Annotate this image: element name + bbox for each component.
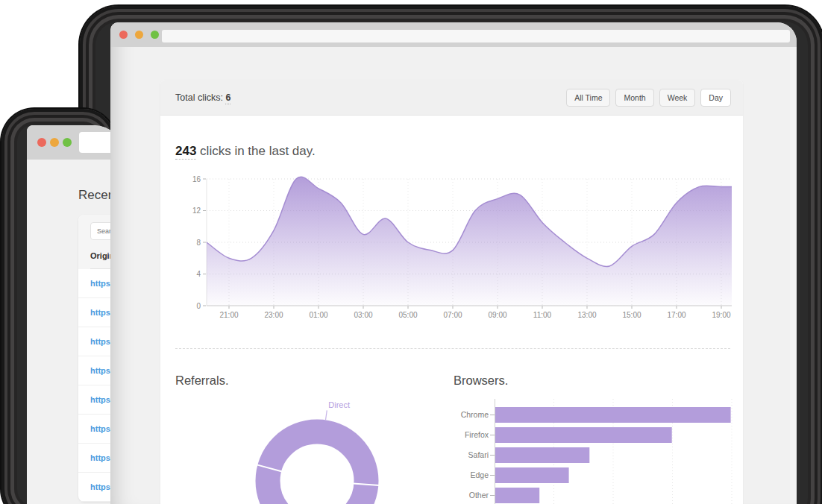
browsers-bar-chart: ChromeFirefoxSafariEdgeOther	[454, 399, 733, 504]
link[interactable]: https:	[90, 366, 113, 375]
x-axis-tick-label: 13:00	[577, 311, 596, 319]
bar-category-label: Firefox	[465, 430, 489, 439]
front-titlebar	[110, 22, 797, 47]
bar-category-label: Edge	[470, 470, 489, 479]
bar-category-label: Safari	[468, 450, 489, 459]
referrals-donut-chart: Direct	[235, 400, 399, 504]
zoom-traffic-light-icon[interactable]	[151, 31, 159, 39]
link[interactable]: https:	[90, 482, 113, 491]
x-axis-tick-label: 21:00	[219, 311, 238, 319]
total-clicks-label: Total clicks: 6	[175, 92, 230, 103]
filter-month-button[interactable]: Month	[615, 89, 653, 107]
filter-day-button[interactable]: Day	[700, 89, 731, 107]
bar-firefox	[495, 427, 672, 443]
zoom-traffic-light-icon[interactable]	[63, 138, 72, 147]
clicks-headline: 243 clicks in the last day.	[175, 144, 316, 159]
filter-all-time-button[interactable]: All Time	[566, 89, 610, 107]
link[interactable]: https:	[90, 424, 113, 433]
link[interactable]: https:	[90, 453, 113, 462]
bar-other	[495, 488, 539, 503]
close-traffic-light-icon[interactable]	[119, 31, 128, 39]
x-axis-tick-label: 19:00	[712, 311, 730, 319]
filter-week-button[interactable]: Week	[659, 89, 696, 107]
total-clicks-text: Total clicks:	[175, 92, 223, 103]
browsers-section-title: Browsers.	[454, 374, 508, 388]
link[interactable]: https:	[90, 337, 113, 346]
analytics-card: Total clicks: 6 All Time Month Week Day …	[160, 80, 743, 504]
link[interactable]: https:	[90, 279, 113, 288]
clicks-count: 243	[175, 144, 196, 160]
x-axis-tick-label: 03:00	[354, 311, 372, 319]
time-range-filters: All Time Month Week Day	[566, 89, 731, 107]
link[interactable]: https:	[90, 308, 113, 317]
minimize-traffic-light-icon[interactable]	[135, 31, 143, 39]
back-titlebar	[27, 125, 124, 160]
bar-chrome	[495, 407, 731, 423]
clicks-area-chart: 048121621:0023:0001:0003:0005:0007:0009:…	[175, 173, 732, 322]
bar-category-label: Chrome	[461, 410, 489, 419]
bar-safari	[495, 447, 589, 463]
total-clicks-value: 6	[225, 92, 230, 104]
bar-edge	[495, 467, 569, 483]
x-axis-tick-label: 09:00	[488, 311, 506, 319]
clicks-headline-text: clicks in the last day.	[196, 144, 315, 158]
close-traffic-light-icon[interactable]	[37, 138, 46, 147]
minimize-traffic-light-icon[interactable]	[50, 138, 59, 147]
y-axis-tick-label: 0	[196, 302, 201, 310]
x-axis-tick-label: 23:00	[264, 311, 283, 319]
donut-segment-label: Direct	[328, 400, 350, 409]
y-axis-tick-label: 16	[192, 175, 201, 183]
y-axis-tick-label: 8	[196, 239, 201, 247]
x-axis-tick-label: 07:00	[443, 311, 462, 319]
referrals-section-title: Referrals.	[175, 374, 229, 388]
front-browser-window: Total clicks: 6 All Time Month Week Day …	[110, 22, 797, 504]
section-divider	[175, 348, 730, 349]
link[interactable]: https:	[90, 395, 113, 404]
url-bar[interactable]	[162, 30, 790, 42]
x-axis-tick-label: 01:00	[309, 311, 327, 319]
x-axis-tick-label: 15:00	[622, 311, 641, 319]
back-browser-window: Recent Original https: https: https: htt…	[27, 125, 124, 504]
x-axis-tick-label: 05:00	[398, 311, 417, 319]
y-axis-tick-label: 12	[192, 207, 201, 215]
x-axis-tick-label: 11:00	[533, 311, 552, 319]
analytics-card-header: Total clicks: 6 All Time Month Week Day	[160, 80, 743, 116]
y-axis-tick-label: 4	[196, 270, 201, 278]
bar-category-label: Other	[469, 491, 489, 500]
x-axis-tick-label: 17:00	[667, 311, 685, 319]
